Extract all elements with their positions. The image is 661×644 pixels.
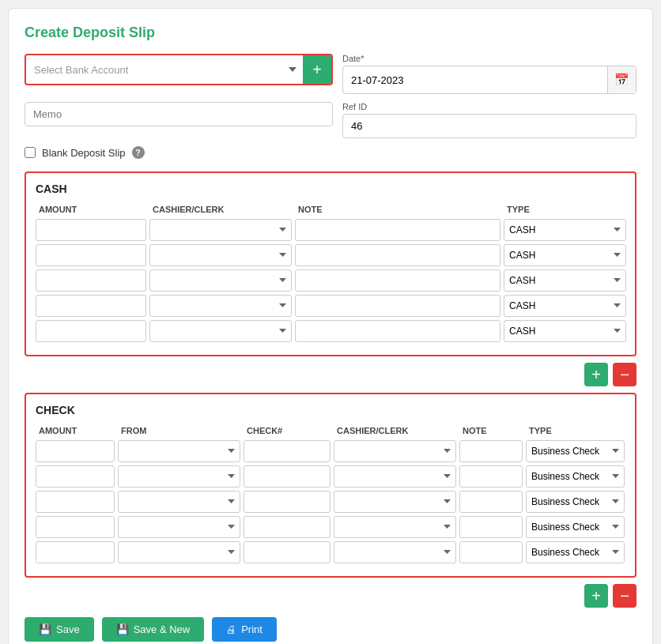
check-note-5[interactable] <box>459 541 523 563</box>
bank-account-wrapper: Select Bank Account + <box>25 54 333 85</box>
cash-cashier-3[interactable] <box>149 269 292 292</box>
print-label: Print <box>241 623 263 635</box>
check-note-2[interactable] <box>459 465 523 488</box>
cash-type-2[interactable]: CASH <box>504 244 626 266</box>
cash-type-5[interactable]: CASH <box>504 320 626 342</box>
check-from-3[interactable] <box>118 491 240 513</box>
ref-input[interactable] <box>342 114 636 138</box>
check-col-from: FROM <box>118 424 240 437</box>
check-remove-row-button[interactable]: − <box>613 584 636 608</box>
check-row: Business Check <box>36 465 625 488</box>
check-type-5[interactable]: Business Check <box>526 541 625 563</box>
date-input[interactable] <box>343 69 607 92</box>
cash-amount-3[interactable] <box>36 269 146 292</box>
check-num-3[interactable] <box>244 491 330 513</box>
info-icon: ? <box>132 146 145 159</box>
cash-row: CASH <box>36 219 625 241</box>
check-type-1[interactable]: Business Check <box>526 440 625 462</box>
check-col-note: NOTE <box>459 424 523 437</box>
check-note-3[interactable] <box>459 491 523 513</box>
print-button[interactable]: 🖨 Print <box>212 617 277 642</box>
save-new-icon: 💾 <box>116 623 129 635</box>
check-num-1[interactable] <box>244 440 330 462</box>
memo-input[interactable] <box>25 102 333 126</box>
date-input-wrapper: 📅 <box>342 66 636 94</box>
check-add-row-button[interactable]: + <box>584 584 608 608</box>
cash-section-title: CASH <box>36 183 625 195</box>
check-section-title: CHECK <box>36 404 625 416</box>
cash-cashier-4[interactable] <box>149 295 292 317</box>
check-amount-5[interactable] <box>36 541 115 563</box>
cash-table-header: AMOUNT CASHIER/CLERK NOTE TYPE <box>36 203 625 216</box>
check-num-2[interactable] <box>244 465 330 488</box>
check-from-2[interactable] <box>118 465 240 488</box>
check-from-1[interactable] <box>118 440 240 462</box>
cash-note-2[interactable] <box>295 244 500 266</box>
check-cashier-4[interactable] <box>334 516 456 538</box>
check-type-3[interactable]: Business Check <box>526 491 625 513</box>
blank-deposit-checkbox[interactable] <box>25 147 36 158</box>
cash-col-note: NOTE <box>295 203 500 216</box>
check-cashier-2[interactable] <box>334 465 456 488</box>
check-from-5[interactable] <box>118 541 240 563</box>
check-actions-row: + − <box>25 584 636 608</box>
check-section: CHECK AMOUNT FROM CHECK# CASHIER/CLERK N… <box>25 393 636 578</box>
cash-add-row-button[interactable]: + <box>584 363 608 386</box>
cash-note-5[interactable] <box>295 320 500 342</box>
cash-row: CASH <box>36 295 625 317</box>
cash-actions-row: + − <box>25 363 636 386</box>
check-type-4[interactable]: Business Check <box>526 516 625 538</box>
check-note-1[interactable] <box>459 440 523 462</box>
check-from-4[interactable] <box>118 516 240 538</box>
check-amount-1[interactable] <box>36 440 115 462</box>
save-new-button[interactable]: 💾 Save & New <box>102 617 205 642</box>
cash-cashier-5[interactable] <box>149 320 292 342</box>
cash-type-1[interactable]: CASH <box>504 219 626 241</box>
cash-amount-1[interactable] <box>36 219 146 241</box>
bank-add-button[interactable]: + <box>303 55 331 84</box>
cash-col-type: TYPE <box>504 203 626 216</box>
ref-group: Ref ID <box>342 102 636 138</box>
check-row: Business Check <box>36 491 625 513</box>
cash-amount-5[interactable] <box>36 320 146 342</box>
calendar-icon[interactable]: 📅 <box>607 66 636 93</box>
check-row: Business Check <box>36 516 625 538</box>
cash-cashier-2[interactable] <box>149 244 292 266</box>
check-col-type: TYPE <box>526 424 625 437</box>
cash-section: CASH AMOUNT CASHIER/CLERK NOTE TYPE CASH… <box>25 171 636 356</box>
check-amount-4[interactable] <box>36 516 115 538</box>
cash-cashier-1[interactable] <box>149 219 292 241</box>
cash-note-4[interactable] <box>295 295 500 317</box>
page-title: Create Deposit Slip <box>25 24 636 41</box>
cash-amount-2[interactable] <box>36 244 146 266</box>
check-table-header: AMOUNT FROM CHECK# CASHIER/CLERK NOTE TY… <box>36 424 625 437</box>
cash-type-3[interactable]: CASH <box>504 269 626 292</box>
blank-deposit-label: Blank Deposit Slip <box>42 147 126 159</box>
cash-col-cashier: CASHIER/CLERK <box>149 203 292 216</box>
ref-label: Ref ID <box>342 102 636 111</box>
cash-amount-4[interactable] <box>36 295 146 317</box>
save-new-label: Save & New <box>134 623 191 635</box>
bank-account-select[interactable]: Select Bank Account <box>26 58 303 82</box>
cash-remove-row-button[interactable]: − <box>613 363 636 386</box>
check-num-5[interactable] <box>244 541 330 563</box>
check-cashier-5[interactable] <box>334 541 456 563</box>
page-container: Create Deposit Slip Select Bank Account … <box>8 8 653 644</box>
check-col-amount: AMOUNT <box>36 424 115 437</box>
check-type-2[interactable]: Business Check <box>526 465 625 488</box>
check-cashier-1[interactable] <box>334 440 456 462</box>
footer-buttons: 💾 Save 💾 Save & New 🖨 Print <box>25 617 636 642</box>
cash-type-4[interactable]: CASH <box>504 295 626 317</box>
check-note-4[interactable] <box>459 516 523 538</box>
blank-deposit-row: Blank Deposit Slip ? <box>25 146 636 159</box>
save-button[interactable]: 💾 Save <box>25 617 94 642</box>
check-amount-2[interactable] <box>36 465 115 488</box>
cash-note-1[interactable] <box>295 219 500 241</box>
check-cashier-3[interactable] <box>334 491 456 513</box>
cash-note-3[interactable] <box>295 269 500 292</box>
check-amount-3[interactable] <box>36 491 115 513</box>
check-num-4[interactable] <box>244 516 330 538</box>
print-icon: 🖨 <box>226 623 236 635</box>
save-icon: 💾 <box>39 623 51 635</box>
check-row: Business Check <box>36 440 625 462</box>
